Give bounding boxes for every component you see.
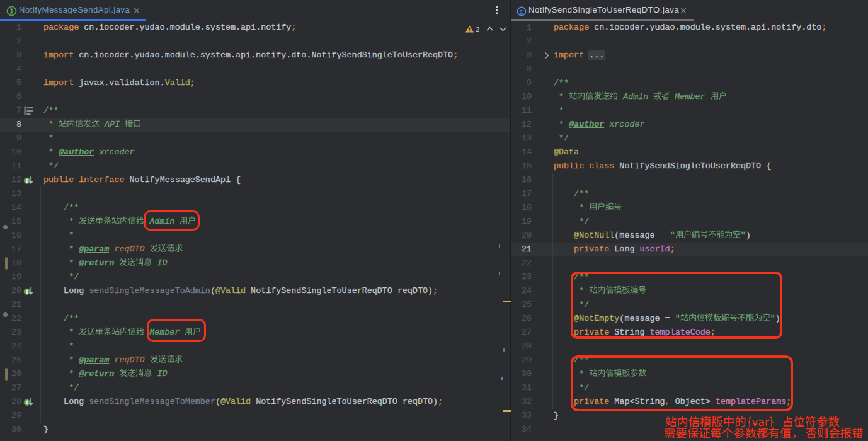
svg-text:C: C xyxy=(520,9,524,15)
svg-text:2: 2 xyxy=(476,26,479,33)
